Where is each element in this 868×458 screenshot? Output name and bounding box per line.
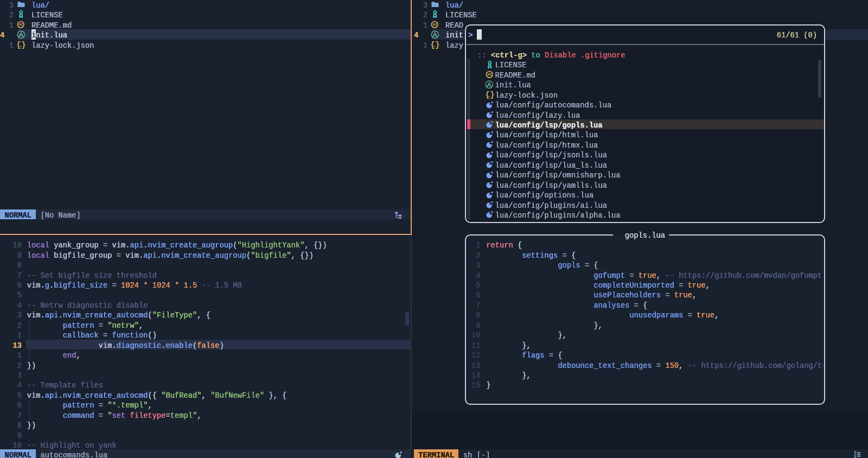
svg-text:{: { <box>486 91 490 99</box>
svg-text:PD: PD <box>433 22 438 26</box>
svg-text:}: } <box>435 41 439 49</box>
svg-text:PD: PD <box>19 22 24 26</box>
svg-text:}: } <box>490 91 494 99</box>
svg-text:{: { <box>431 41 435 49</box>
svg-text:}: } <box>21 41 25 49</box>
svg-text:{: { <box>17 41 21 49</box>
svg-text:PD: PD <box>487 73 492 77</box>
